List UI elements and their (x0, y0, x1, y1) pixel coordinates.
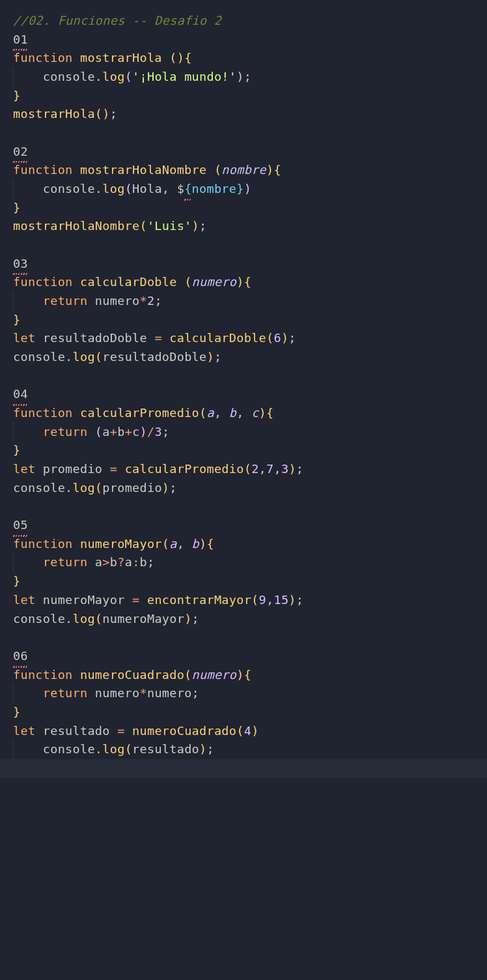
code-line: mostrarHolaNombre('Luis'); (13, 217, 474, 236)
code-line: console.log(numeroMayor); (13, 610, 474, 629)
code-line: //02. Funciones -- Desafio 2 (13, 12, 474, 31)
log-method: log (102, 182, 124, 195)
variable: a (125, 555, 132, 569)
code-line: mostrarHola(); (13, 105, 474, 124)
section-marker: 05 (13, 516, 28, 535)
code-line: return a>b?a:b; (13, 553, 474, 572)
code-line: 04 (13, 385, 474, 404)
function-call: calcularDoble (169, 331, 266, 345)
blank-line (13, 236, 474, 255)
log-method: log (102, 742, 124, 756)
code-line: let resultado = numeroCuadrado(4) (13, 722, 474, 741)
number-literal: 2 (251, 462, 258, 476)
keyword-return: return (43, 425, 88, 439)
variable: b (140, 555, 147, 569)
code-line: let numeroMayor = encontrarMayor(9,15); (13, 591, 474, 610)
keyword-let: let (13, 724, 35, 738)
number-literal: 15 (273, 593, 288, 607)
code-line: console.log('¡Hola mundo!'); (13, 68, 474, 87)
function-call: calcularPromedio (125, 462, 244, 476)
console-object: console (43, 182, 95, 195)
code-line: } (13, 441, 474, 460)
section-marker: 04 (13, 385, 28, 404)
code-line: function mostrarHolaNombre (nombre){ (13, 161, 474, 180)
variable: promedio (102, 481, 162, 495)
parameter: a (206, 406, 214, 420)
code-line: function calcularDoble (numero){ (13, 273, 474, 292)
number-literal: 2 (147, 294, 154, 308)
parameter: a (169, 537, 176, 551)
keyword-function: function (13, 163, 73, 177)
console-object: console (13, 350, 65, 364)
variable-declaration: resultadoDoble (43, 331, 147, 345)
number-literal: 4 (244, 724, 251, 738)
parameter: numero (192, 275, 237, 289)
keyword-function: function (13, 51, 73, 65)
function-call: mostrarHola (13, 107, 95, 121)
code-line: } (13, 311, 474, 330)
keyword-function: function (13, 406, 73, 420)
function-name: numeroMayor (80, 537, 162, 551)
variable: a (102, 425, 109, 439)
code-line: return numero*numero; (13, 684, 474, 703)
code-line: } (13, 87, 474, 106)
code-line: console.log(promedio); (13, 479, 474, 498)
variable-declaration: resultado (43, 724, 110, 738)
keyword-function: function (13, 537, 73, 551)
code-line: function numeroCuadrado(numero){ (13, 666, 474, 685)
function-call: mostrarHolaNombre (13, 219, 139, 233)
variable: resultadoDoble (102, 350, 206, 364)
function-call: encontrarMayor (147, 593, 251, 607)
code-line: return (a+b+c)/3; (13, 423, 474, 442)
console-object: console (43, 70, 95, 83)
string-literal: 'Luis' (147, 219, 192, 233)
code-line: function mostrarHola (){ (13, 49, 474, 68)
code-line: 01 (13, 31, 474, 50)
blank-line (13, 124, 474, 143)
code-line: let resultadoDoble = calcularDoble(6); (13, 329, 474, 348)
section-marker: 03 (13, 255, 28, 274)
number-literal: 3 (281, 462, 288, 476)
variable: numero (95, 294, 140, 308)
function-name: calcularPromedio (80, 406, 199, 420)
template-text: Hola, $ (132, 182, 184, 195)
variable: numero (95, 686, 140, 700)
keyword-return: return (43, 686, 88, 700)
number-literal: 7 (266, 462, 273, 476)
console-object: console (43, 742, 95, 756)
code-line: 02 (13, 143, 474, 162)
variable: a (95, 555, 102, 569)
keyword-return: return (43, 294, 88, 308)
active-line (0, 759, 487, 778)
code-line: } (13, 572, 474, 591)
code-editor[interactable]: //02. Funciones -- Desafio 2 01 function… (13, 12, 474, 778)
variable: c (132, 425, 139, 439)
code-line: function calcularPromedio(a, b, c){ (13, 404, 474, 423)
code-line: } (13, 703, 474, 722)
comment-text: //02. Funciones -- Desafio 2 (13, 14, 221, 27)
keyword-return: return (43, 555, 88, 569)
code-line: function numeroMayor(a, b){ (13, 535, 474, 554)
code-line: let promedio = calcularPromedio(2,7,3); (13, 460, 474, 479)
template-variable: nombre (192, 182, 237, 195)
log-method: log (73, 350, 95, 364)
variable: b (110, 555, 117, 569)
parameter: nombre (221, 163, 266, 177)
keyword-let: let (13, 331, 35, 345)
code-line: console.log(resultado); (13, 740, 474, 759)
variable-declaration: numeroMayor (43, 593, 125, 607)
parameter: b (229, 406, 236, 420)
keyword-function: function (13, 275, 73, 289)
variable-declaration: promedio (43, 462, 103, 476)
function-name: numeroCuadrado (80, 668, 184, 682)
section-marker: 01 (13, 31, 28, 50)
code-line: 03 (13, 255, 474, 274)
function-call: numeroCuadrado (132, 724, 236, 738)
blank-line (13, 497, 474, 516)
keyword-let: let (13, 593, 35, 607)
parameter: c (251, 406, 258, 420)
log-method: log (73, 481, 95, 495)
function-name: mostrarHolaNombre (80, 163, 206, 177)
section-marker: 02 (13, 143, 28, 162)
variable: numeroMayor (102, 612, 184, 626)
